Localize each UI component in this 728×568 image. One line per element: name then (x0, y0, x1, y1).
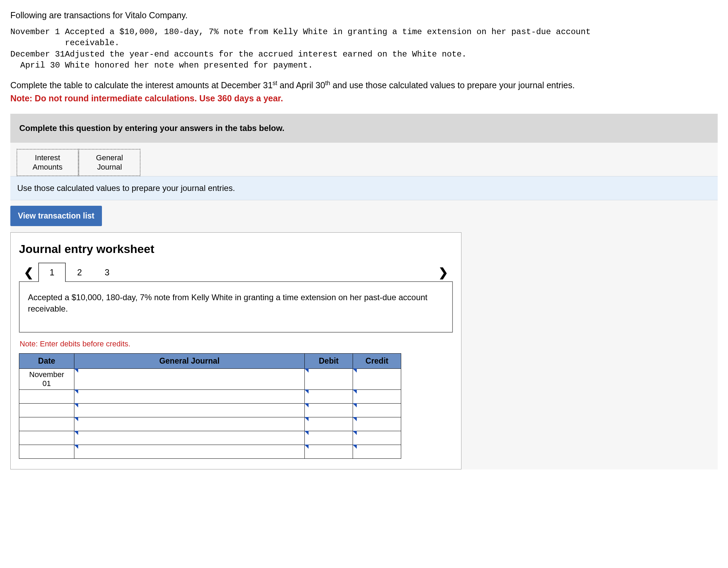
instruction-banner: Complete this question by entering your … (10, 114, 718, 143)
transactions-block: November 1Accepted a $10,000, 180-day, 7… (10, 27, 718, 71)
debit-cell[interactable] (305, 369, 353, 390)
entry-description: Accepted a $10,000, 180-day, 7% note fro… (19, 281, 453, 333)
table-row (19, 390, 401, 404)
table-row (19, 445, 401, 459)
debit-cell[interactable] (305, 431, 353, 445)
col-header-credit: Credit (353, 354, 401, 369)
table-row (19, 404, 401, 417)
table-row (19, 417, 401, 431)
credit-cell[interactable] (353, 431, 401, 445)
answer-area: Complete this question by entering your … (10, 114, 718, 469)
debit-credit-note: Note: Enter debits before credits. (20, 339, 453, 348)
tab-interest-amounts[interactable]: Interest Amounts (17, 149, 79, 176)
debit-cell[interactable] (305, 390, 353, 404)
credit-cell[interactable] (353, 404, 401, 417)
journal-worksheet: Journal entry worksheet ❮ 1 2 3 ❯ Accept… (10, 232, 461, 469)
date-cell[interactable]: November 01 (19, 369, 74, 390)
general-journal-cell[interactable] (74, 369, 305, 390)
page-tab-1[interactable]: 1 (38, 263, 66, 282)
general-journal-cell[interactable] (74, 390, 305, 404)
view-transaction-list-button[interactable]: View transaction list (10, 206, 102, 226)
prompt-text: Complete the table to calculate the inte… (10, 79, 718, 91)
intro-text: Following are transactions for Vitalo Co… (10, 10, 718, 20)
red-note: Note: Do not round intermediate calculat… (10, 93, 718, 103)
debit-cell[interactable] (305, 445, 353, 459)
worksheet-title: Journal entry worksheet (19, 242, 453, 256)
sub-instruction: Use those calculated values to prepare y… (10, 176, 718, 200)
credit-cell[interactable] (353, 390, 401, 404)
page-tab-2[interactable]: 2 (66, 263, 93, 282)
general-journal-cell[interactable] (74, 445, 305, 459)
table-row: November 01 (19, 369, 401, 390)
tab-general-journal[interactable]: General Journal (79, 149, 141, 176)
date-cell[interactable] (19, 445, 74, 459)
credit-cell[interactable] (353, 445, 401, 459)
debit-cell[interactable] (305, 417, 353, 431)
page-tab-3[interactable]: 3 (93, 263, 121, 282)
general-journal-cell[interactable] (74, 417, 305, 431)
credit-cell[interactable] (353, 417, 401, 431)
col-header-debit: Debit (305, 354, 353, 369)
date-cell[interactable] (19, 404, 74, 417)
debit-cell[interactable] (305, 404, 353, 417)
chevron-left-icon[interactable]: ❮ (19, 265, 38, 279)
entry-pager: ❮ 1 2 3 ❯ (19, 263, 453, 282)
date-cell[interactable] (19, 431, 74, 445)
col-header-general-journal: General Journal (74, 354, 305, 369)
credit-cell[interactable] (353, 369, 401, 390)
date-cell[interactable] (19, 390, 74, 404)
journal-entry-table: Date General Journal Debit Credit Novemb… (19, 353, 401, 459)
chevron-right-icon[interactable]: ❯ (434, 265, 453, 279)
general-journal-cell[interactable] (74, 431, 305, 445)
col-header-date: Date (19, 354, 74, 369)
table-row (19, 431, 401, 445)
main-tabs: Interest Amounts General Journal (10, 143, 718, 176)
date-cell[interactable] (19, 417, 74, 431)
general-journal-cell[interactable] (74, 404, 305, 417)
